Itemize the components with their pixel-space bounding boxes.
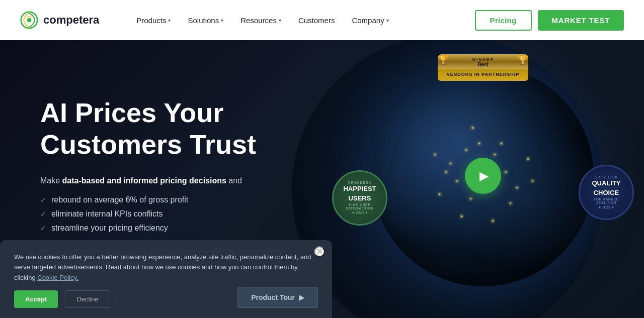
chevron-down-icon: ▾ (386, 18, 389, 23)
city-light (516, 187, 518, 188)
navigation: competera Products ▾ Solutions ▾ Resourc… (0, 0, 644, 40)
nav-item-company[interactable]: Company ▾ (345, 12, 395, 29)
list-item: ✓ rebound on average 6% of gross profit (40, 195, 302, 204)
badge-line2: CHOICE (594, 189, 619, 196)
city-light (501, 143, 502, 144)
nav-label-products: Products (136, 16, 166, 25)
nav-item-customers[interactable]: Customers (291, 12, 342, 29)
city-light (450, 163, 451, 164)
nav-links: Products ▾ Solutions ▾ Resources ▾ Custo… (129, 12, 474, 29)
list-item: ✓ streamline your pricing efficiency (40, 224, 302, 233)
nav-cta: Pricing MARKET TEST (475, 10, 624, 31)
badge-crozdesk-label: crozdesk (348, 181, 372, 184)
cookie-policy-link[interactable]: Cookie Policy. (37, 274, 78, 281)
check-icon: ✓ (40, 210, 46, 218)
product-tour-label: Product Tour (251, 293, 295, 301)
list-item-text: rebound on average 6% of gross profit (51, 195, 188, 204)
svg-point-1 (27, 18, 32, 23)
play-button[interactable] (465, 158, 501, 194)
badge-quality-choice: crozdesk QUALITY CHOICE TOP RANKED SOLUT… (579, 165, 634, 220)
nav-label-company: Company (352, 16, 384, 25)
hero-title: AI Prices Your Customers Trust (40, 97, 302, 159)
winner-label: WINNER (446, 57, 520, 62)
nav-item-solutions[interactable]: Solutions ▾ (181, 12, 230, 29)
city-light (527, 158, 529, 160)
chevron-down-icon: ▾ (221, 18, 223, 23)
hero-visual: crozdesk HAPPIEST USERS HIGH USER SATISF… (312, 40, 644, 318)
city-light (492, 220, 494, 222)
badge-sub: TOP RANKED SOLUTION (584, 197, 628, 204)
hero-body: Make data-based and informed pricing dec… (40, 174, 302, 187)
badge-crozdesk-label: crozdesk (595, 175, 618, 179)
city-light (434, 154, 436, 155)
badge-line1: HAPPIEST (343, 185, 376, 192)
cookie-accept-button[interactable]: Accept (14, 290, 58, 308)
city-light (494, 154, 496, 155)
city-light (439, 193, 440, 195)
market-test-button[interactable]: MARKET TEST (538, 10, 624, 31)
badge-happiest-users: crozdesk HAPPIEST USERS HIGH USER SATISF… (332, 170, 387, 226)
city-light (472, 127, 473, 129)
hero-body-bold: data-based and informed pricing decision… (62, 176, 226, 185)
badge-line2: USERS (349, 195, 371, 202)
cookie-close-button[interactable]: ✕ (314, 246, 325, 257)
chevron-down-icon: ▾ (279, 18, 281, 23)
cookie-decline-button[interactable]: Decline (65, 290, 110, 308)
badge-year: ✦ 2023 ✦ (598, 205, 614, 209)
city-light (470, 198, 471, 199)
badge-ribbon: VENDORS IN PARTNERSHIP (438, 69, 528, 81)
best-label: Best (446, 62, 520, 67)
check-icon: ✓ (40, 224, 46, 232)
check-icon: ✓ (40, 196, 46, 204)
chevron-down-icon: ▾ (168, 18, 171, 23)
product-tour-icon: ▶ (299, 293, 304, 301)
city-light (445, 171, 447, 173)
city-light (456, 180, 458, 182)
hero-body-intro: Make (40, 176, 62, 185)
city-light (505, 171, 507, 173)
nav-label-resources: Resources (240, 16, 277, 25)
logo-icon (20, 11, 38, 29)
list-item-text: eliminate internal KPIs conflicts (51, 209, 163, 219)
city-light (510, 202, 511, 204)
city-light (465, 149, 467, 151)
badge-sub: HIGH USER SATISFACTION (338, 203, 382, 210)
list-item: ✓ eliminate internal KPIs conflicts (40, 209, 302, 219)
nav-label-solutions: Solutions (188, 16, 219, 25)
product-tour-button[interactable]: Product Tour ▶ (237, 287, 318, 308)
badge-year: ✦ 2023 ✦ (352, 211, 367, 215)
badge-line1: QUALITY (592, 180, 620, 187)
nav-item-products[interactable]: Products ▾ (129, 12, 178, 29)
globe-container: crozdesk HAPPIEST USERS HIGH USER SATISF… (327, 40, 639, 311)
hero-body-suffix: and (226, 176, 242, 185)
list-item-text: streamline your pricing efficiency (51, 224, 168, 233)
badge-winner-inner: WINNER Best (438, 54, 528, 69)
pricing-button[interactable]: Pricing (475, 10, 532, 31)
logo-text: competera (43, 14, 99, 27)
city-light (478, 143, 480, 144)
hero-list: ✓ rebound on average 6% of gross profit … (40, 195, 302, 233)
nav-item-resources[interactable]: Resources ▾ (233, 12, 288, 29)
city-light (461, 216, 462, 217)
badge-winner: WINNER Best VENDORS IN PARTNERSHIP (438, 54, 528, 81)
city-light (532, 180, 533, 182)
logo[interactable]: competera (20, 11, 99, 29)
cookie-banner: ✕ We use cookies to offer you a better b… (0, 240, 332, 318)
nav-label-customers: Customers (298, 16, 335, 25)
